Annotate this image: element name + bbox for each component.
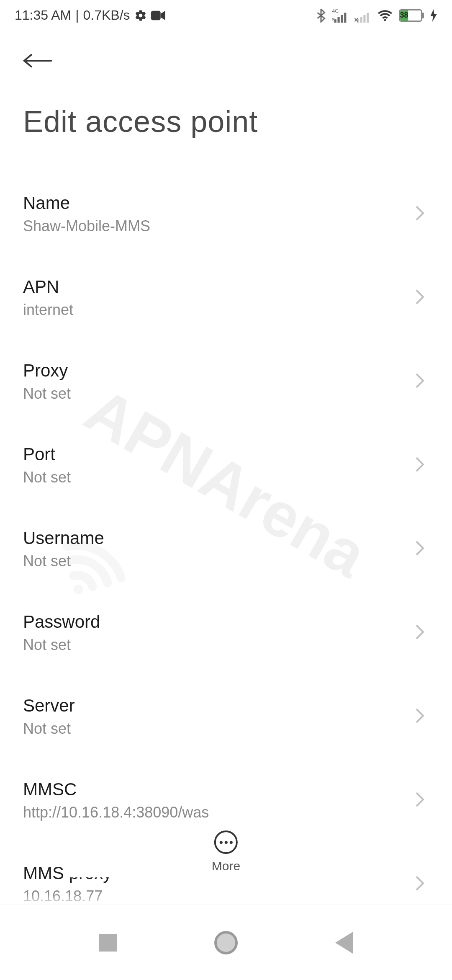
setting-value: Shaw-Mobile-MMS [23,217,415,235]
chevron-right-icon [415,791,429,810]
setting-label: APN [23,277,415,297]
status-separator: | [75,8,79,23]
setting-value: Not set [23,720,415,738]
chevron-right-icon [415,540,429,558]
chevron-right-icon [415,707,429,726]
setting-value: http://10.16.18.4:38090/was [23,804,415,821]
chevron-right-icon [415,456,429,475]
setting-value: internet [23,301,415,319]
svg-rect-6 [344,13,346,23]
video-icon [151,10,165,21]
signal-4g-icon: 4G [332,8,349,23]
more-icon [214,830,238,854]
nav-home-button[interactable] [214,931,238,954]
nav-recents-button[interactable] [99,934,117,952]
setting-label: Name [23,193,415,213]
setting-password[interactable]: Password Not set [23,591,429,675]
svg-rect-5 [341,15,343,22]
chevron-right-icon [415,875,429,893]
signal-nosim-icon [354,8,371,23]
svg-rect-3 [334,19,336,23]
setting-port[interactable]: Port Not set [23,423,429,507]
more-button[interactable]: More [65,826,387,877]
svg-rect-1 [151,10,161,20]
more-label: More [212,859,240,873]
page-title: Edit access point [23,104,429,139]
setting-proxy[interactable]: Proxy Not set [23,340,429,423]
chevron-right-icon [415,624,429,642]
chevron-right-icon [415,372,429,391]
status-left: 11:35 AM | 0.7KB/s [15,8,165,23]
status-time: 11:35 AM [15,8,71,23]
bluetooth-icon [316,8,326,23]
chevron-right-icon [415,289,429,307]
setting-label: Password [23,612,415,632]
apn-settings-list: Name Shaw-Mobile-MMS APN internet Proxy … [0,147,452,926]
navigation-bar [0,905,452,980]
svg-rect-4 [337,17,339,22]
chevron-right-icon [415,205,429,223]
status-speed: 0.7KB/s [83,8,130,23]
setting-value: Not set [23,636,415,654]
svg-text:4G: 4G [332,8,339,13]
setting-value: Not set [23,385,415,402]
header: Edit access point [0,27,452,147]
setting-apn[interactable]: APN internet [23,256,429,340]
setting-name[interactable]: Name Shaw-Mobile-MMS [23,172,429,256]
svg-rect-10 [367,13,369,23]
setting-label: Username [23,528,415,548]
setting-label: Server [23,696,415,716]
gear-icon [134,9,147,22]
battery-icon: 38 [399,9,424,22]
back-button[interactable] [23,48,52,75]
setting-value: Not set [23,469,415,486]
setting-username[interactable]: Username Not set [23,507,429,591]
status-right: 4G 38 [316,8,437,23]
svg-point-11 [384,19,386,21]
svg-rect-8 [360,17,362,22]
setting-server[interactable]: Server Not set [23,675,429,758]
setting-value: Not set [23,552,415,570]
nav-back-button[interactable] [335,932,353,954]
charging-icon [430,9,437,22]
wifi-icon [377,9,393,22]
setting-label: MMSC [23,779,415,799]
svg-rect-9 [363,15,365,22]
setting-label: Proxy [23,361,415,381]
setting-label: Port [23,444,415,464]
status-bar: 11:35 AM | 0.7KB/s 4G [0,0,452,27]
